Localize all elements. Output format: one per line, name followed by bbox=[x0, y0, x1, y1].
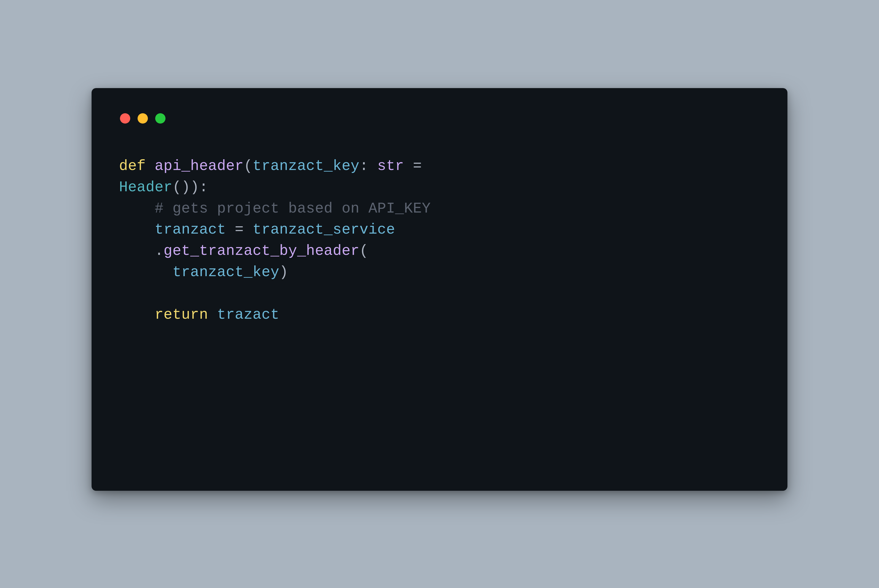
close-icon[interactable] bbox=[120, 113, 130, 123]
indent bbox=[119, 243, 155, 259]
identifier: tranzact_service bbox=[253, 222, 395, 238]
minimize-icon[interactable] bbox=[138, 113, 148, 123]
code-block: def api_header(tranzact_key: str = Heade… bbox=[119, 156, 760, 326]
window-controls bbox=[120, 113, 760, 123]
equals: = bbox=[404, 158, 431, 174]
dot: . bbox=[155, 243, 164, 259]
indent bbox=[119, 222, 155, 238]
parameter-name: tranzact_key bbox=[253, 158, 360, 174]
type-annotation: str bbox=[377, 158, 404, 174]
keyword-return: return bbox=[155, 307, 208, 323]
indent bbox=[119, 307, 155, 323]
code-window: def api_header(tranzact_key: str = Heade… bbox=[92, 88, 787, 491]
paren-open: ( bbox=[244, 158, 253, 174]
paren-open: ( bbox=[359, 243, 368, 259]
colon: : bbox=[359, 158, 377, 174]
space bbox=[208, 307, 217, 323]
method-name: get_tranzact_by_header bbox=[164, 243, 360, 259]
equals: = bbox=[226, 222, 253, 238]
indent bbox=[119, 264, 172, 280]
argument: tranzact_key bbox=[172, 264, 279, 280]
comment: # gets project based on API_KEY bbox=[155, 200, 431, 217]
header-call: Header bbox=[119, 179, 172, 196]
paren-close: ) bbox=[279, 264, 288, 280]
function-name: api_header bbox=[155, 158, 244, 174]
keyword-def: def bbox=[119, 158, 146, 174]
maximize-icon[interactable] bbox=[155, 113, 165, 123]
call-close: ()): bbox=[172, 179, 208, 196]
variable: tranzact bbox=[155, 222, 226, 238]
space bbox=[146, 158, 155, 174]
return-value: trazact bbox=[217, 307, 279, 323]
indent bbox=[119, 200, 155, 217]
